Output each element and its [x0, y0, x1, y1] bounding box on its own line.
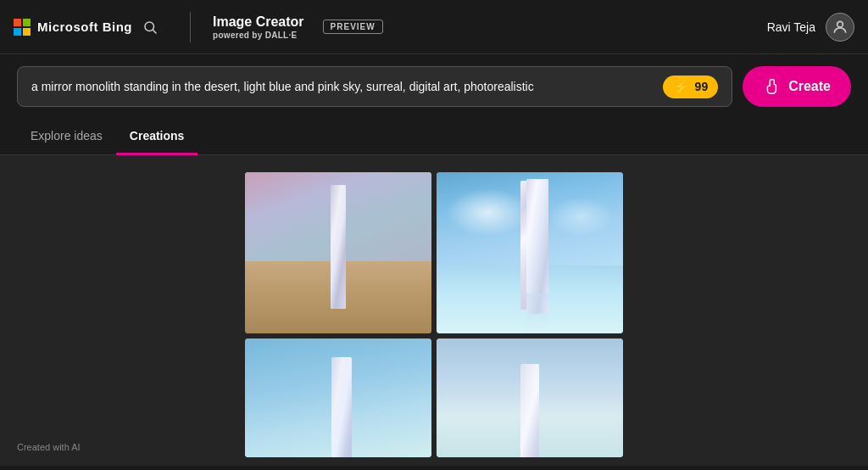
create-button-label: Create	[788, 79, 831, 94]
preview-badge: PREVIEW	[323, 20, 383, 34]
search-input-wrapper[interactable]: ⚡ 99	[17, 66, 732, 107]
main-content: Created with AI	[0, 155, 868, 466]
credits-count: 99	[695, 80, 709, 93]
brand-title: Image Creator	[213, 14, 304, 30]
search-icon	[142, 20, 158, 35]
svg-point-2	[837, 21, 843, 27]
search-input[interactable]	[31, 80, 663, 93]
ms-windows-icon	[14, 19, 31, 36]
header-divider	[190, 12, 191, 42]
image-card-3[interactable]	[245, 339, 431, 457]
image-card-2[interactable]	[437, 172, 623, 333]
search-bar-area: ⚡ 99 Create	[0, 54, 868, 119]
svg-point-0	[145, 22, 154, 31]
tabs-area: Explore ideas Creations	[0, 119, 868, 155]
header-right: Ravi Teja	[767, 13, 854, 42]
app-header: Microsoft Bing Image Creator powered by …	[0, 0, 868, 54]
user-name: Ravi Teja	[767, 20, 815, 34]
image-card-1[interactable]	[245, 172, 431, 333]
brand-area: Image Creator powered by DALL·E	[213, 14, 304, 39]
header-left: Microsoft Bing Image Creator powered by …	[14, 12, 383, 42]
avatar-icon	[832, 19, 849, 36]
search-icon-button[interactable]	[142, 20, 158, 35]
tab-explore[interactable]: Explore ideas	[17, 119, 116, 155]
credits-badge: ⚡ 99	[663, 76, 719, 98]
bing-logo-text: Microsoft Bing	[37, 20, 132, 34]
ms-logo[interactable]: Microsoft Bing	[14, 19, 132, 36]
create-icon	[763, 78, 780, 95]
tab-creations[interactable]: Creations	[116, 119, 198, 155]
image-card-4[interactable]	[437, 339, 623, 457]
bolt-icon: ⚡	[673, 79, 690, 95]
user-avatar[interactable]	[826, 13, 854, 42]
svg-line-1	[153, 30, 156, 33]
brand-subtitle: powered by DALL·E	[213, 31, 304, 40]
created-with-ai-label: Created with AI	[17, 442, 81, 452]
images-grid	[245, 172, 623, 449]
create-button[interactable]: Create	[743, 66, 851, 107]
